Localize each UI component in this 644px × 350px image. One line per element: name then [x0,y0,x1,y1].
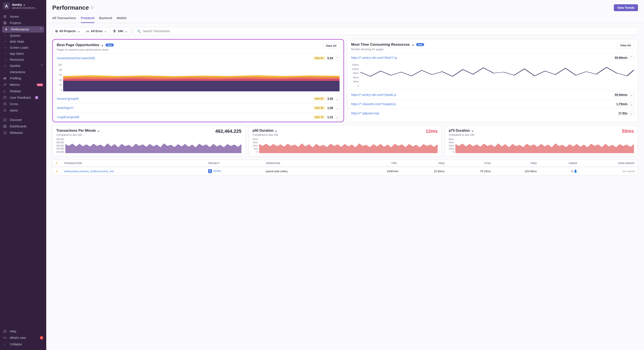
nav-label: Projects [10,21,21,25]
th-users[interactable]: USERS [537,162,577,164]
expand-button[interactable]: ⌄ [335,105,340,110]
nav-dashboards[interactable]: Dashboards [0,123,46,129]
env-filter[interactable]: ▭All Envs⌄ [83,27,110,35]
chart-y-axis: 150ms120ms90ms60ms30ms0 [351,64,360,87]
th-p50[interactable]: P50() [398,162,444,164]
table-row[interactable]: ★ sentry.tasks.process_buffer.process_in… [52,167,638,175]
page-title: Performanceⓘ [52,4,94,11]
th-operation[interactable]: OPERATION [266,162,341,164]
crons-icon [3,102,7,106]
resource-metric: 1.75min [616,102,628,106]
opportunity-link[interactable]: /issues/:groupId/ [57,97,313,100]
tab-mobile[interactable]: Mobile [117,15,126,23]
nav-starfish[interactable]: ☆Starfish⌃ [0,63,46,69]
score-pill: Meh 86 [313,106,325,110]
view-all-button[interactable]: View All [617,42,634,49]
resource-link[interactable]: https://*.zdassets.com/*/snippet.js [351,102,616,106]
nav-replays[interactable]: ▷Replays [0,88,46,94]
opportunity-score: 1.06 [327,106,333,110]
svg-point-16 [4,337,5,338]
panel-title[interactable]: p75 Duration⌄ [449,128,634,132]
alerts-icon [3,109,7,112]
view-trends-button[interactable]: View Trends [614,4,638,11]
transactions-table: ★ TRANSACTION PROJECT OPERATION TPM ↓ P5… [52,159,638,176]
expand-button[interactable]: ⌄ [335,115,340,119]
nav-crons[interactable]: Crons [0,101,46,107]
nav-collapse[interactable]: ‹Collapse [0,341,46,347]
th-project[interactable]: PROJECT [208,162,266,164]
svg-rect-1 [4,16,6,17]
tab-frontend[interactable]: Frontend [81,15,94,23]
opportunity-link[interactable]: /issues/(searches/:searchId/) [57,56,313,60]
nav-issues[interactable]: Issues [0,13,46,20]
project-filter[interactable]: ⧉All Projects⌄ [52,27,83,35]
spark-y-axis: 80ms60ms40ms20ms0 [449,138,454,153]
broadcast-icon [3,336,7,339]
collapse-button[interactable]: ⌃ [629,55,634,60]
row-star[interactable]: ★ [56,170,64,173]
panel-title[interactable]: Transactions Per Minute⌄ [56,128,242,132]
svg-text:?: ? [4,330,5,332]
sidebar-footer: ?Help What's new6 ‹Collapse [0,327,46,350]
beta-badge: beta [36,83,43,86]
panel-title[interactable]: Most Time Consuming Resources⌄new [351,42,424,47]
th-star[interactable]: ★ [56,162,64,164]
nav-user-feedback[interactable]: User FeedbackB [0,94,46,101]
project-icon [208,169,212,173]
nav-screen-loads[interactable]: Screen Loads [10,45,46,51]
view-all-button[interactable]: View All [323,43,340,49]
nav-metrics[interactable]: Metricsbeta [0,82,46,88]
issues-icon [3,15,7,18]
svg-rect-6 [5,23,6,24]
search-input[interactable] [143,27,635,35]
info-icon[interactable]: ⓘ [90,6,94,10]
th-tpm[interactable]: TPM ↓ [341,162,398,164]
tab-backend[interactable]: Backend [99,15,112,23]
nav-app-starts[interactable]: App Starts [10,51,46,57]
nav-queries[interactable]: Queries [10,33,46,39]
resource-link[interactable]: https://*.sentry-cdn.com/*/js/ads.js [351,93,615,96]
resource-link[interactable]: https://*.adguard.org/ [351,111,618,115]
row-transaction[interactable]: sentry.tasks.process_buffer.process_incr [64,170,208,173]
chevron-up-icon: ⌃ [40,64,43,68]
score-pill: Meh 82 [313,56,325,60]
org-name: Sentry⌄ [12,3,43,7]
collapse-button[interactable]: ⌃ [335,56,340,61]
nav-alerts[interactable]: Alerts [0,107,46,114]
expand-button[interactable]: ⌄ [629,102,634,106]
resource-link[interactable]: https://*.sentry-cdn.com/*/dist/*/*.js [351,56,615,59]
tab-all-transactions[interactable]: All Transactions [52,15,76,23]
search-box[interactable]: 🔍 [134,27,638,35]
svg-rect-4 [5,22,6,23]
nav-releases[interactable]: Releases [0,129,46,136]
beta-badge: B [35,96,38,99]
opportunity-link[interactable]: /:orgId/:projectId/ [57,115,313,119]
nav-profiling[interactable]: Profiling [0,75,46,82]
nav-discover[interactable]: Discover [0,117,46,123]
svg-rect-9 [5,77,6,79]
resource-metric: 17.82s [618,111,628,115]
nav-label: Releases [10,131,23,134]
expand-button[interactable]: ⌄ [629,92,634,97]
panel-title[interactable]: p50 Duration⌄ [253,128,438,132]
panel-opportunities: Best Page Opportunities⌄new Pages to imp… [52,39,344,122]
th-transaction[interactable]: TRANSACTION [64,162,208,164]
nav-whats-new[interactable]: What's new6 [0,334,46,341]
org-switcher[interactable]: Sentry⌄ abdullah.khan@sen... [0,0,46,12]
nav-label: Collapse [10,342,22,346]
nav-performance[interactable]: Performance⌃ [2,26,44,33]
opportunity-link[interactable]: /auth/login/*/ [57,106,313,110]
th-p95[interactable]: P95() [491,162,537,164]
time-filter[interactable]: 🗓24H⌄ [110,27,130,35]
nav-web-vitals[interactable]: Web Vitals [10,39,46,45]
expand-button[interactable]: ⌄ [629,111,634,116]
panel-title[interactable]: Best Page Opportunities⌄new [57,43,114,47]
nav-projects[interactable]: Projects [0,20,46,26]
th-p75[interactable]: P75() [444,162,490,164]
expand-button[interactable]: ⌄ [335,96,340,101]
nav-interactions[interactable]: Interactions [10,69,46,75]
row-project[interactable]: sentry [208,169,266,173]
th-misery[interactable]: USER MISERY [577,162,635,164]
nav-help[interactable]: ?Help [0,328,46,334]
nav-resources[interactable]: Resources [10,57,46,63]
